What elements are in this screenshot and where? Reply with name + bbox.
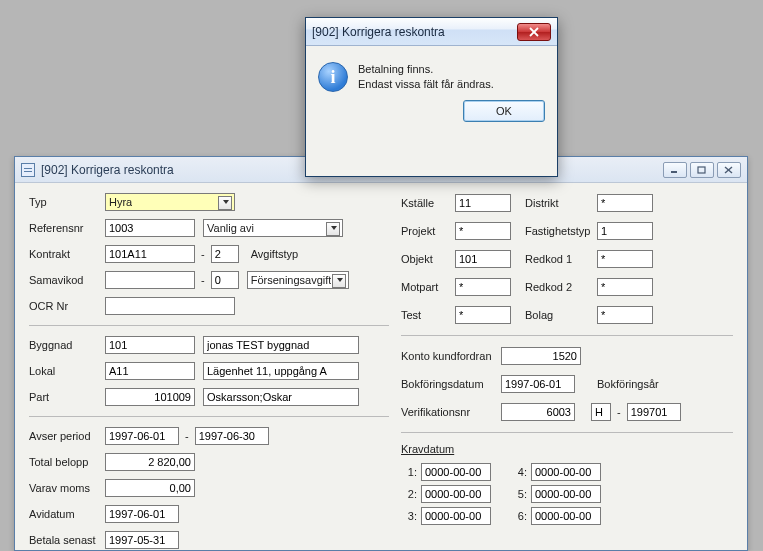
avgiftstyp-label: Avgiftstyp	[251, 248, 299, 260]
distrikt-label: Distrikt	[515, 197, 593, 209]
distrikt-input[interactable]	[597, 194, 653, 212]
objekt-label: Objekt	[401, 253, 451, 265]
ok-button[interactable]: OK	[463, 100, 545, 122]
fastighetstyp-label: Fastighetstyp	[515, 225, 593, 237]
motpart-input[interactable]	[455, 278, 511, 296]
dialog-titlebar: [902] Korrigera reskontra	[306, 18, 557, 46]
kontrakt-input[interactable]	[105, 245, 195, 263]
bolag-input[interactable]	[597, 306, 653, 324]
separator	[401, 432, 733, 433]
kontrakt-sub-input[interactable]	[211, 245, 239, 263]
krav2-input[interactable]	[421, 485, 491, 503]
moms-input[interactable]	[105, 479, 195, 497]
avser-label: Avser period	[29, 430, 101, 442]
typ-select[interactable]: Hyra	[105, 193, 235, 211]
avser-from-input[interactable]	[105, 427, 179, 445]
moms-label: Varav moms	[29, 482, 101, 494]
avser-to-input[interactable]	[195, 427, 269, 445]
samavikod-sub-input[interactable]	[211, 271, 239, 289]
projekt-input[interactable]	[455, 222, 511, 240]
krav1-input[interactable]	[421, 463, 491, 481]
separator	[401, 335, 733, 336]
redkod2-label: Redkod 2	[515, 281, 593, 293]
dialog-title: [902] Korrigera reskontra	[312, 25, 517, 39]
avidatum-label: Avidatum	[29, 508, 101, 520]
test-label: Test	[401, 309, 451, 321]
ocr-input[interactable]	[105, 297, 235, 315]
redkod1-input[interactable]	[597, 250, 653, 268]
kstalle-input[interactable]	[455, 194, 511, 212]
bolag-label: Bolag	[515, 309, 593, 321]
byggnad-input[interactable]	[105, 336, 195, 354]
part-label: Part	[29, 391, 101, 403]
total-input[interactable]	[105, 453, 195, 471]
krav3-input[interactable]	[421, 507, 491, 525]
lokal-name-input[interactable]	[203, 362, 359, 380]
close-button[interactable]	[717, 162, 741, 178]
referensnr-input[interactable]	[105, 219, 195, 237]
projekt-label: Projekt	[401, 225, 451, 237]
lokal-input[interactable]	[105, 362, 195, 380]
total-label: Total belopp	[29, 456, 101, 468]
typ-label: Typ	[29, 196, 101, 208]
bokfdatum-label: Bokföringsdatum	[401, 378, 497, 390]
kravdatum-heading: Kravdatum	[401, 443, 733, 455]
minimize-button[interactable]	[663, 162, 687, 178]
bokfdatum-input[interactable]	[501, 375, 575, 393]
avityp-select[interactable]: Vanlig avi	[203, 219, 343, 237]
dialog-message: Betalning finns. Endast vissa fält får ä…	[358, 62, 494, 92]
info-icon: i	[318, 62, 348, 92]
bokfar-label: Bokföringsår	[597, 378, 659, 390]
test-input[interactable]	[455, 306, 511, 324]
betala-label: Betala senast	[29, 534, 101, 546]
info-dialog: [902] Korrigera reskontra i Betalning fi…	[305, 17, 558, 177]
verif-label: Verifikationsnr	[401, 406, 497, 418]
part-input[interactable]	[105, 388, 195, 406]
app-icon	[21, 163, 35, 177]
separator	[29, 325, 389, 326]
kravdatum-grid: 1: 2: 3: 4: 5: 6:	[401, 463, 733, 525]
separator	[29, 416, 389, 417]
verif-year-input[interactable]	[627, 403, 681, 421]
svg-rect-1	[698, 167, 705, 173]
referensnr-label: Referensnr	[29, 222, 101, 234]
main-window: [902] Korrigera reskontra Typ Hyra R	[14, 156, 748, 551]
part-name-input[interactable]	[203, 388, 359, 406]
forsening-select[interactable]: Förseningsavgift	[247, 271, 349, 289]
left-panel: Typ Hyra Referensnr Vanlig avi Kontrakt …	[29, 193, 389, 550]
krav6-input[interactable]	[531, 507, 601, 525]
right-panel: Kställe Distrikt Projekt Fastighetstyp O…	[401, 193, 733, 550]
avidatum-input[interactable]	[105, 505, 179, 523]
krav4-input[interactable]	[531, 463, 601, 481]
konto-input[interactable]	[501, 347, 581, 365]
kstalle-label: Kställe	[401, 197, 451, 209]
byggnad-name-input[interactable]	[203, 336, 359, 354]
fastighetstyp-input[interactable]	[597, 222, 653, 240]
byggnad-label: Byggnad	[29, 339, 101, 351]
redkod2-input[interactable]	[597, 278, 653, 296]
betala-input[interactable]	[105, 531, 179, 549]
maximize-button[interactable]	[690, 162, 714, 178]
verif-input[interactable]	[501, 403, 575, 421]
kontrakt-label: Kontrakt	[29, 248, 101, 260]
lokal-label: Lokal	[29, 365, 101, 377]
verif-prefix-input[interactable]	[591, 403, 611, 421]
samavikod-label: Samavikod	[29, 274, 101, 286]
ocr-label: OCR Nr	[29, 300, 101, 312]
konto-label: Konto kundfordran	[401, 350, 497, 362]
krav5-input[interactable]	[531, 485, 601, 503]
motpart-label: Motpart	[401, 281, 451, 293]
redkod1-label: Redkod 1	[515, 253, 593, 265]
samavikod-input[interactable]	[105, 271, 195, 289]
dialog-close-button[interactable]	[517, 23, 551, 41]
objekt-input[interactable]	[455, 250, 511, 268]
